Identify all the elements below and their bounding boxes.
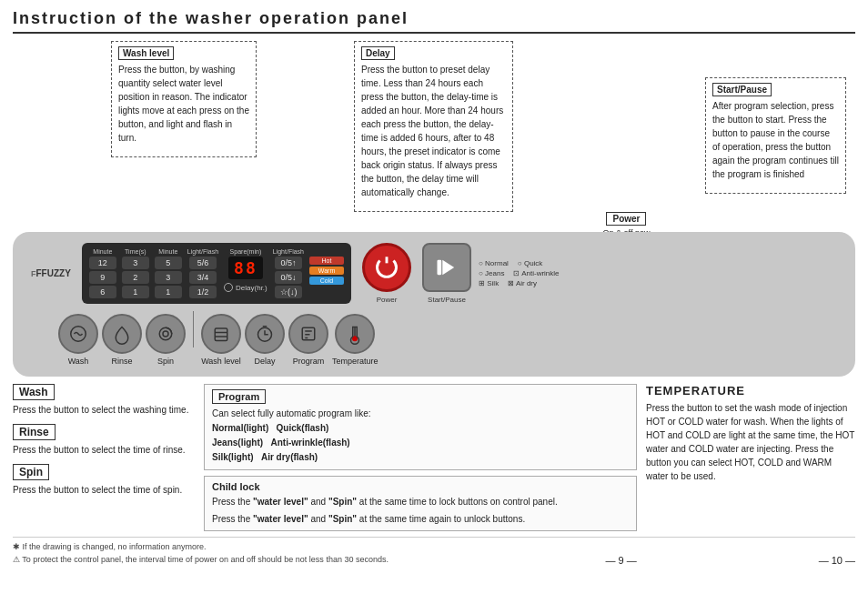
child-lock-title: Child lock — [212, 481, 629, 492]
min2-btn-1[interactable]: 1 — [155, 286, 182, 298]
digit-col: Spare(min) 88 Delay(hr.) — [224, 248, 267, 292]
delay-btn-label: Delay — [254, 357, 275, 366]
prog-quick: ○ Quick — [518, 259, 543, 267]
program-item-3: Silk(light) Air dry(flash) — [212, 450, 629, 465]
prog-normal: ○ Normal — [479, 259, 509, 267]
wash-level-btn-wrap: Wash level — [201, 314, 241, 366]
wash-level-label: Wash level — [118, 46, 174, 60]
wash-section-label: Wash — [13, 384, 55, 400]
time-btn-1[interactable]: 1 — [122, 286, 149, 298]
temperature-btn-label: Temperature — [332, 357, 378, 366]
washer-panel: FFFUZZY Minute 12 9 6 Time(s) 3 2 1 — [13, 232, 855, 377]
footer-note-2: ⚠ To protect the control panel, the inte… — [13, 554, 389, 567]
btn-12[interactable]: 12 — [89, 257, 116, 269]
power-label: Power — [606, 212, 646, 226]
minute-col1: Minute 12 9 6 — [89, 248, 116, 298]
footer: ✱ If the drawing is changed, no informat… — [13, 537, 855, 566]
lf-btn-34[interactable]: 3/4 — [189, 271, 217, 284]
lf-btn-12[interactable]: 1/2 — [189, 286, 217, 298]
minute-header: Minute — [93, 248, 112, 255]
temperature-btn-wrap: Temperature — [332, 314, 378, 366]
temp-cold-btn[interactable]: Cold — [309, 277, 344, 285]
power-button[interactable] — [362, 243, 411, 292]
start-pause-annotation: Start/Pause After program selection, pre… — [705, 77, 846, 194]
temperature-button[interactable] — [335, 314, 375, 354]
top-annotations-area: Wash level Press the button, by washing … — [13, 41, 855, 232]
svg-marker-0 — [442, 260, 454, 275]
wash-level-button[interactable] — [201, 314, 241, 354]
spare-min-header: Spare(min) — [230, 248, 262, 255]
prog-row-2: ○ Jeans ⊡ Anti-wrinkle — [479, 269, 560, 277]
temperature-text: Press the button to set the wash mode of… — [646, 401, 855, 483]
footer-note-1: ✱ If the drawing is changed, no informat… — [13, 541, 389, 554]
prog-silk: ⊞ Silk — [479, 279, 499, 287]
prog-anti-wrinkle: ⊡ Anti-wrinkle — [513, 269, 559, 277]
start-pause-btn-label: Start/Pause — [428, 296, 466, 304]
time-header: Time(s) — [125, 248, 146, 255]
time-col: Time(s) 3 2 1 — [122, 248, 149, 298]
page-num-left: — 9 — — [605, 555, 636, 566]
min2-btn-3[interactable]: 3 — [155, 271, 182, 284]
delay-label: Delay — [361, 46, 395, 60]
lf-btn-56[interactable]: 5/6 — [189, 257, 217, 269]
svg-rect-5 — [215, 328, 227, 341]
btn-6[interactable]: 6 — [89, 286, 116, 298]
start-pause-text: After program selection, press the butto… — [712, 99, 839, 181]
temperature-title: TEMPERATURE — [646, 384, 855, 398]
delay-button[interactable] — [245, 314, 285, 354]
program-section: Program Can select fully automatic progr… — [204, 384, 637, 470]
delay-annotation: Delay Press the button to preset delay t… — [354, 41, 513, 212]
program-button[interactable] — [288, 314, 328, 354]
lf2-btn-2[interactable]: 0/5↓ — [275, 271, 302, 284]
prog-air-dry: ⊠ Air dry — [508, 279, 537, 287]
spin-btn-wrap: Spin — [146, 314, 186, 366]
time-btn-3[interactable]: 3 — [122, 257, 149, 269]
temp-header-spacer — [326, 248, 328, 255]
delay-text: Press the button to preset delay time. L… — [361, 63, 506, 199]
light-flash-header: Light/Flash — [187, 248, 218, 255]
bottom-section: Wash Press the button to select the wash… — [13, 384, 855, 531]
middle-col: Program Can select fully automatic progr… — [204, 384, 637, 531]
wash-btn-label: Wash — [68, 357, 89, 366]
divider-1 — [193, 311, 194, 347]
light-flash-col2: Light/Flash 0/5↑ 0/5↓ ☆(↓) — [273, 248, 304, 298]
child-lock-text-2: Press the "water level" and "Spin" at th… — [212, 512, 629, 526]
temp-warm-btn[interactable]: Warm — [309, 267, 344, 275]
right-col: TEMPERATURE Press the button to set the … — [646, 384, 855, 531]
time-btn-2[interactable]: 2 — [122, 271, 149, 284]
fuzzy-label: FFFUZZY — [31, 268, 71, 278]
spin-section: Spin Press the button to select the time… — [13, 464, 195, 497]
spin-section-label: Spin — [13, 464, 49, 480]
lf2-btn-1[interactable]: 0/5↑ — [275, 257, 302, 269]
min2-btn-5[interactable]: 5 — [155, 257, 182, 269]
page: Instruction of the washer operation pane… — [0, 0, 868, 614]
digit-display: 88 — [228, 257, 263, 279]
program-intro: Can select fully automatic program like:… — [212, 407, 629, 465]
child-lock-section: Child lock Press the "water level" and "… — [204, 476, 637, 531]
spin-section-text: Press the button to select the time of s… — [13, 483, 195, 497]
left-col: Wash Press the button to select the wash… — [13, 384, 195, 531]
spin-button[interactable] — [146, 314, 186, 354]
start-pause-button[interactable] — [422, 243, 471, 292]
wash-btn-wrap: Wash — [58, 314, 98, 366]
wash-button[interactable] — [58, 314, 98, 354]
lf2-btn-3[interactable]: ☆(↓) — [275, 286, 302, 298]
wash-level-annotation: Wash level Press the button, by washing … — [111, 41, 257, 157]
wash-section: Wash Press the button to select the wash… — [13, 384, 195, 417]
start-pause-label: Start/Pause — [712, 83, 772, 96]
svg-point-8 — [353, 337, 358, 341]
page-title: Instruction of the washer operation pane… — [13, 9, 855, 34]
prog-row-3: ⊞ Silk ⊠ Air dry — [479, 279, 560, 287]
delay-btn-wrap: Delay — [245, 314, 285, 366]
rinse-button[interactable] — [102, 314, 142, 354]
light-flash2-header: Light/Flash — [273, 248, 304, 255]
program-indicators: ○ Normal ○ Quick ○ Jeans ⊡ Anti-wrinkle … — [479, 259, 560, 287]
btn-9[interactable]: 9 — [89, 271, 116, 284]
child-lock-text-1: Press the "water level" and "Spin" at th… — [212, 495, 629, 508]
rinse-section-label: Rinse — [13, 424, 56, 440]
temp-hot-btn[interactable]: Hot — [309, 257, 344, 265]
spin-btn-label: Spin — [157, 357, 174, 366]
prog-row-1: ○ Normal ○ Quick — [479, 259, 560, 267]
delay-indicator: Delay(hr.) — [224, 283, 267, 292]
svg-point-4 — [163, 331, 168, 337]
